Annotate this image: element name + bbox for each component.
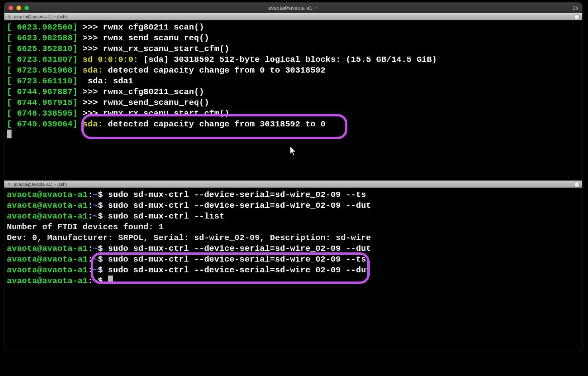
- window-controls: [4, 6, 29, 10]
- log-line: [ 6723.631807] sd 0:0:0:0: [sda] 3031859…: [7, 54, 580, 65]
- terminal-cursor: [108, 276, 113, 284]
- zoom-icon[interactable]: [24, 6, 29, 10]
- minimize-icon[interactable]: [16, 6, 21, 10]
- shell-command-line: avaota@avaota-a1:~$ sudo sd-mux-ctrl --d…: [7, 243, 580, 254]
- tab-count-badge: 15: [573, 5, 582, 11]
- pane-maximize-icon[interactable]: [574, 14, 580, 20]
- window-title: avaota@avaota-a1: ~: [4, 5, 582, 11]
- log-line: [ 6623.982560] >>> rwnx_cfg80211_scan(): [7, 22, 580, 33]
- log-line: [ 6746.338595] >>> rwnx_rx_scanu_start_c…: [7, 108, 580, 119]
- close-icon[interactable]: [8, 6, 13, 10]
- log-line: [ 6749.039064] sda: detected capacity ch…: [7, 119, 580, 130]
- terminal-cursor: [7, 130, 12, 138]
- shell-command-line: avaota@avaota-a1:~$ sudo sd-mux-ctrl --d…: [7, 254, 580, 265]
- log-line: [ 6744.967887] >>> rwnx_cfg80211_scan(): [7, 87, 580, 97]
- pane-top[interactable]: ✕ avaota@avaota-a1: ~ (ssh) [ 6623.98256…: [4, 13, 582, 181]
- tabstrip-bottom[interactable]: ✕ avaota@avaota-a1: ~ (ssh): [4, 181, 582, 188]
- shell-command-line: avaota@avaota-a1:~$ sudo sd-mux-ctrl --d…: [7, 189, 580, 200]
- log-line: [ 6625.352810] >>> rwnx_rx_scanu_start_c…: [7, 43, 580, 54]
- shell-output-line: Number of FTDI devices found: 1: [7, 222, 580, 232]
- log-line: [ 6744.967915] >>> rwnx_send_scanu_req(): [7, 97, 580, 108]
- tabstrip-top[interactable]: ✕ avaota@avaota-a1: ~ (ssh): [4, 13, 582, 20]
- terminal-window: avaota@avaota-a1: ~ 15 ✕ avaota@avaota-a…: [4, 2, 582, 352]
- split-panes: ✕ avaota@avaota-a1: ~ (ssh) [ 6623.98256…: [4, 13, 582, 352]
- shell-command-line: avaota@avaota-a1:~$ sudo sd-mux-ctrl --l…: [7, 211, 580, 222]
- shell-command-line: avaota@avaota-a1:~$: [7, 276, 580, 286]
- pane-bottom[interactable]: ✕ avaota@avaota-a1: ~ (ssh) avaota@avaot…: [4, 181, 582, 352]
- log-line: [ 6723.661110] sda: sda1: [7, 76, 580, 87]
- terminal-output-top[interactable]: [ 6623.982560] >>> rwnx_cfg80211_scan()[…: [4, 20, 582, 142]
- tab-close-icon[interactable]: ✕: [7, 182, 12, 187]
- tab-label[interactable]: avaota@avaota-a1: ~ (ssh): [14, 182, 67, 187]
- pane-maximize-icon[interactable]: [574, 182, 580, 187]
- shell-output-line: Dev: 0, Manufacturer: SRPOL, Serial: sd-…: [7, 232, 580, 243]
- titlebar[interactable]: avaota@avaota-a1: ~ 15: [4, 3, 582, 13]
- shell-command-line: avaota@avaota-a1:~$ sudo sd-mux-ctrl --d…: [7, 200, 580, 211]
- terminal-output-bottom[interactable]: avaota@avaota-a1:~$ sudo sd-mux-ctrl --d…: [4, 188, 582, 288]
- log-line: [ 6723.651968] sda: detected capacity ch…: [7, 65, 580, 76]
- log-line: [ 6623.982588] >>> rwnx_send_scanu_req(): [7, 33, 580, 43]
- shell-command-line: avaota@avaota-a1:~$ sudo sd-mux-ctrl --d…: [7, 265, 580, 276]
- tab-label[interactable]: avaota@avaota-a1: ~ (ssh): [14, 14, 67, 19]
- tab-close-icon[interactable]: ✕: [7, 14, 12, 20]
